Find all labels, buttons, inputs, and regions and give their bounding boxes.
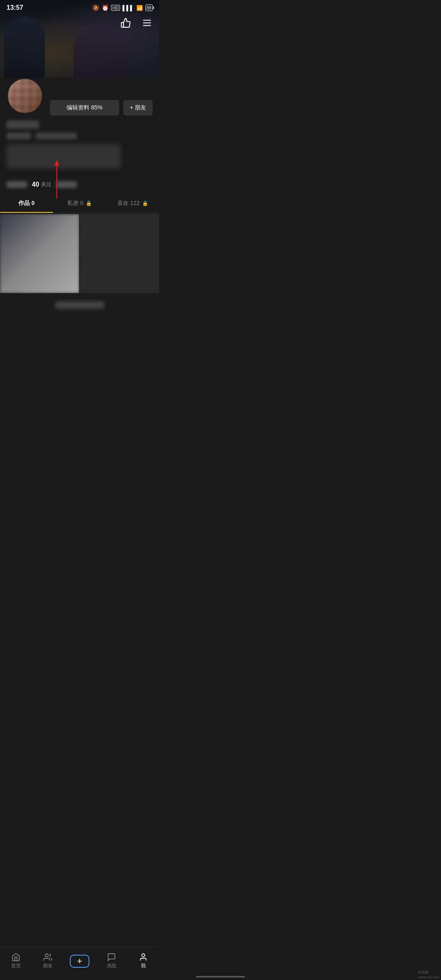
tab-private[interactable]: 私密 0 🔒: [53, 194, 106, 213]
alarm-icon: ⏰: [102, 4, 109, 11]
profile-header: 编辑资料 85% + 朋友: [7, 78, 153, 116]
tab-likes[interactable]: 喜欢 122 🔒: [106, 194, 159, 213]
username-block: [7, 120, 153, 130]
arrow-annotation: [54, 160, 59, 198]
arrow-head-up: [54, 160, 59, 166]
grid-item-1[interactable]: [0, 214, 79, 293]
svg-rect-2: [143, 25, 151, 26]
grid-item-image-1: [0, 214, 79, 293]
following-stat[interactable]: 40 关注: [32, 181, 51, 188]
svg-rect-0: [143, 20, 151, 20]
tabs-container: 作品 0 私密 0 🔒 喜欢 122 🔒: [0, 194, 159, 213]
blurred-caption: [55, 301, 104, 309]
mute-icon: 🔕: [92, 4, 99, 11]
username-blurred: [7, 120, 39, 129]
followers-blur: [7, 181, 27, 188]
status-time: 13:57: [7, 4, 23, 11]
below-grid-text: [0, 293, 159, 318]
cover-action-icons: [118, 16, 154, 30]
tab-underline: [0, 212, 53, 213]
fans-blur: [56, 181, 77, 188]
grid-item-2: [80, 214, 159, 293]
content-area: [0, 213, 159, 293]
like-icon[interactable]: [118, 16, 133, 30]
add-friend-button[interactable]: + 朋友: [123, 100, 153, 116]
following-count: 40: [32, 181, 39, 188]
status-icons: 🔕 ⏰ HD ▌▌▌ 📶 88: [92, 4, 153, 11]
following-label: 关注: [41, 181, 51, 188]
profile-actions: 编辑资料 85% + 朋友: [50, 100, 153, 116]
battery-icon: 88: [145, 4, 153, 11]
user-id-blur: [7, 133, 31, 139]
user-id-row: [7, 133, 153, 139]
likes-lock-icon: 🔒: [142, 200, 148, 206]
signal-icon: ▌▌▌: [122, 5, 134, 11]
svg-rect-1: [143, 22, 151, 23]
content-grid: [0, 213, 159, 293]
menu-icon[interactable]: [140, 16, 154, 30]
profile-section: 编辑资料 85% + 朋友: [0, 78, 159, 181]
stats-section: 40 关注: [0, 181, 159, 194]
stats-row: 40 关注: [7, 181, 153, 188]
avatar-image: [8, 79, 42, 113]
arrow-line: [56, 166, 57, 198]
hd-signal-icon: HD: [111, 5, 120, 11]
edit-profile-button[interactable]: 编辑资料 85%: [50, 100, 119, 116]
content-tabs: 作品 0 私密 0 🔒 喜欢 122 🔒: [0, 194, 159, 213]
wifi-icon: 📶: [136, 5, 143, 11]
avatar: [7, 78, 43, 114]
tab-works[interactable]: 作品 0: [0, 194, 53, 213]
private-lock-icon: 🔒: [86, 200, 92, 206]
bio-block: [7, 144, 121, 169]
bottom-nav-spacer: [0, 318, 159, 351]
user-extra-blur: [36, 133, 77, 139]
status-bar: 13:57 🔕 ⏰ HD ▌▌▌ 📶 88: [0, 0, 159, 14]
